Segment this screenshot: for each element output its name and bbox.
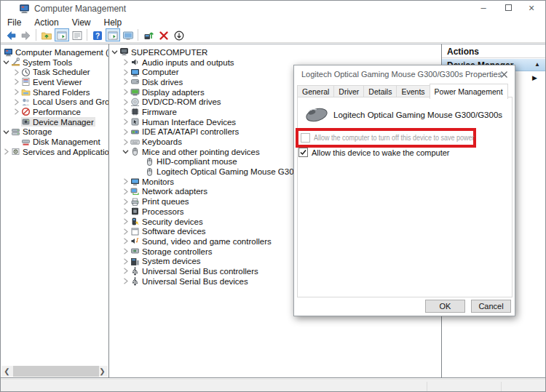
- tab-driver[interactable]: Driver: [333, 85, 363, 97]
- help-button[interactable]: ?: [90, 28, 105, 41]
- expander-closed-icon[interactable]: [122, 237, 130, 245]
- disable-device-button[interactable]: [172, 28, 186, 41]
- minimize-button[interactable]: –: [471, 1, 496, 16]
- export-list-button[interactable]: [70, 28, 84, 41]
- task-scheduler-icon: [21, 68, 31, 77]
- expander-closed-icon[interactable]: [122, 188, 130, 196]
- expander-closed-icon[interactable]: [122, 177, 130, 185]
- console-tree-item[interactable]: Local Users and Groups: [1, 97, 108, 107]
- show-hide-console-tree-button[interactable]: [55, 28, 69, 41]
- allow-wake-checkbox[interactable]: [298, 148, 308, 157]
- back-button[interactable]: [4, 28, 18, 41]
- console-window-icon: [56, 30, 68, 41]
- allow-turn-off-checkbox[interactable]: [301, 133, 310, 143]
- expander-closed-icon[interactable]: [122, 198, 130, 206]
- forward-button[interactable]: [19, 28, 33, 41]
- horizontal-scrollbar[interactable]: ❮ ❯: [1, 366, 108, 377]
- shared-folders-icon: [21, 87, 31, 97]
- menu-help[interactable]: Help: [98, 16, 129, 28]
- submenu-arrow-icon[interactable]: ▶: [532, 74, 537, 81]
- expander-closed-icon[interactable]: [12, 88, 20, 96]
- console-tree-item[interactable]: System Tools: [1, 57, 108, 68]
- tab-general[interactable]: General: [297, 85, 333, 97]
- expander-closed-icon[interactable]: [122, 88, 130, 96]
- device-tree-item[interactable]: SUPERCOMPUTER: [109, 47, 441, 57]
- tree-item-core: Performance: [21, 107, 82, 116]
- sound-icon: [130, 236, 140, 246]
- expander-closed-icon[interactable]: [2, 148, 10, 156]
- console-tree-item[interactable]: Device Manager: [1, 117, 108, 127]
- expander-closed-icon[interactable]: [122, 98, 130, 106]
- console-tree-item[interactable]: Shared Folders: [1, 87, 108, 97]
- expander-closed-icon[interactable]: [122, 108, 130, 116]
- expander-closed-icon[interactable]: [122, 207, 130, 215]
- tree-item-core: Firmware: [130, 107, 178, 116]
- tree-item-core: Processors: [130, 207, 186, 216]
- allow-turn-off-label: Allow the computer to turn off this devi…: [314, 134, 474, 142]
- menu-action[interactable]: Action: [28, 16, 65, 28]
- tree-item-label: HID-compliant mouse: [157, 157, 237, 166]
- tree-item-label: Event Viewer: [33, 78, 82, 87]
- console-tree-item[interactable]: Services and Applications: [1, 147, 108, 157]
- collapse-arrow-icon[interactable]: ▲: [534, 61, 540, 68]
- expander-open-icon[interactable]: [111, 48, 119, 56]
- show-hide-action-pane-button[interactable]: [106, 28, 120, 41]
- console-tree-item[interactable]: Task Scheduler: [1, 67, 108, 77]
- cancel-button[interactable]: Cancel: [471, 300, 511, 313]
- console-tree-item[interactable]: Computer Management (Local: [1, 47, 108, 57]
- ok-button[interactable]: OK: [425, 300, 465, 313]
- tree-item-label: Network adapters: [142, 187, 207, 196]
- scroll-right-button[interactable]: ❯: [97, 366, 108, 377]
- console-tree-item[interactable]: Event Viewer: [1, 77, 108, 87]
- tree-item-core: Disk Management: [21, 137, 102, 146]
- expander-open-icon[interactable]: [2, 128, 10, 136]
- keyboard-icon: [130, 137, 140, 147]
- expander-closed-icon[interactable]: [122, 68, 130, 76]
- dialog-close-button[interactable]: [497, 68, 510, 80]
- uninstall-button[interactable]: [157, 28, 171, 41]
- tab-events[interactable]: Events: [396, 85, 429, 97]
- maximize-button[interactable]: [496, 1, 521, 16]
- expander-closed-icon[interactable]: [122, 267, 130, 275]
- scrollbar-thumb[interactable]: [13, 366, 99, 377]
- console-tree-item[interactable]: Disk Management: [1, 137, 108, 147]
- expander-closed-icon[interactable]: [122, 247, 130, 255]
- expander-closed-icon[interactable]: [122, 257, 130, 265]
- expander-closed-icon[interactable]: [12, 98, 20, 106]
- display-adapter-icon: [130, 87, 140, 97]
- expander-closed-icon[interactable]: [12, 108, 20, 116]
- console-tree-item[interactable]: Storage: [1, 127, 108, 137]
- expander-closed-icon[interactable]: [122, 118, 130, 126]
- tab-details[interactable]: Details: [363, 85, 396, 97]
- update-driver-software-button[interactable]: [141, 28, 156, 41]
- performance-icon: [21, 107, 31, 116]
- console-tree-panel: Computer Management (LocalSystem ToolsTa…: [1, 44, 109, 378]
- tab-power-management[interactable]: Power Management: [430, 84, 508, 99]
- expander-closed-icon[interactable]: [122, 277, 130, 285]
- expander-closed-icon[interactable]: [12, 78, 20, 86]
- audio-icon: [130, 57, 140, 67]
- expander-open-icon[interactable]: [2, 58, 10, 66]
- expander-closed-icon[interactable]: [122, 138, 130, 146]
- expander-closed-icon[interactable]: [12, 68, 20, 76]
- action-pane-button[interactable]: [121, 28, 135, 41]
- tree-item-label: SUPERCOMPUTER: [131, 48, 207, 57]
- expander-closed-icon[interactable]: [122, 228, 130, 236]
- expander-closed-icon[interactable]: [122, 78, 130, 86]
- tree-item-core: System devices: [130, 257, 202, 266]
- menu-view[interactable]: View: [66, 16, 98, 28]
- expander-closed-icon[interactable]: [122, 217, 130, 225]
- expander-open-icon[interactable]: [122, 148, 130, 156]
- tree-item-core: Keyboards: [130, 137, 183, 146]
- close-button[interactable]: ×: [519, 1, 544, 16]
- console-tree-item[interactable]: Performance: [1, 107, 108, 117]
- menu-file[interactable]: File: [1, 16, 28, 28]
- show-console-tree-button[interactable]: [39, 28, 54, 41]
- scroll-left-button[interactable]: ❮: [1, 366, 12, 377]
- expander-closed-icon[interactable]: [122, 58, 130, 66]
- system-devices-icon: [130, 257, 140, 266]
- tree-item-core: HID-compliant mouse: [145, 157, 239, 167]
- status-bar: [1, 379, 545, 392]
- expander-closed-icon[interactable]: [122, 128, 130, 136]
- usb-icon: [130, 266, 140, 276]
